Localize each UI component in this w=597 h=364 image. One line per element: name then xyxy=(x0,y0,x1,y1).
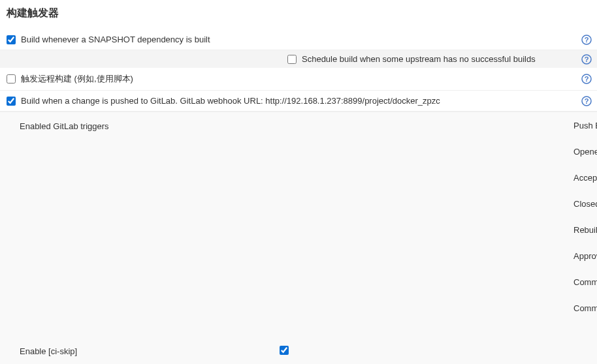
help-icon[interactable]: ? xyxy=(581,74,592,84)
row-schedule-upstream: Schedule build when some upstream has no… xyxy=(0,50,597,68)
trigger-closed-mr: Closed Merge Request Events xyxy=(294,190,590,217)
accepted-mr-label: Accepted Merge Request Events xyxy=(573,173,597,183)
trigger-push-events: Push Events xyxy=(294,112,590,138)
trigger-comment-regex: Comment (regex) for triggering a build ? xyxy=(294,295,590,321)
row-snapshot: Build whenever a SNAPSHOT dependency is … xyxy=(0,29,597,50)
schedule-upstream-checkbox[interactable] xyxy=(287,55,297,64)
trigger-opened-mr: Opened Merge Request Events xyxy=(294,138,590,164)
opened-mr-label: Opened Merge Request Events xyxy=(573,147,597,157)
row-gitlab-webhook: Build when a change is pushed to GitLab.… xyxy=(0,91,597,112)
svg-text:?: ? xyxy=(585,55,589,63)
row-ci-skip: Enable [ci-skip] xyxy=(0,338,597,364)
comment-regex-label: Comment (regex) for triggering a build xyxy=(573,303,597,313)
help-icon[interactable]: ? xyxy=(581,54,592,65)
section-title: 构建触发器 xyxy=(0,0,597,29)
trigger-accepted-mr: Accepted Merge Request Events xyxy=(294,164,590,190)
trigger-approved-mr: Approved Merge Requests (EE-only) xyxy=(294,243,590,269)
remote-trigger-label: 触发远程构建 (例如,使用脚本) xyxy=(21,73,590,85)
snapshot-label: Build whenever a SNAPSHOT dependency is … xyxy=(21,35,590,44)
gitlab-triggers-heading: Enabled GitLab triggers xyxy=(0,112,274,327)
schedule-upstream-label: Schedule build when some upstream has no… xyxy=(302,54,536,64)
row-remote-trigger: 触发远程构建 (例如,使用脚本) ? xyxy=(0,68,597,91)
svg-text:?: ? xyxy=(585,36,589,44)
svg-text:?: ? xyxy=(585,97,589,105)
snapshot-checkbox[interactable] xyxy=(7,35,16,44)
ci-skip-checkbox[interactable] xyxy=(280,346,289,355)
comments-label: Comments xyxy=(573,277,597,287)
push-events-label: Push Events xyxy=(573,121,597,130)
rebuild-open-mr-label: Rebuild open Merge Requests xyxy=(573,225,597,235)
gitlab-webhook-checkbox[interactable] xyxy=(7,97,16,106)
svg-text:?: ? xyxy=(585,75,589,83)
ci-skip-label: Enable [ci-skip] xyxy=(20,346,281,356)
remote-trigger-checkbox[interactable] xyxy=(7,74,16,83)
gitlab-triggers-block: Enabled GitLab triggers Push Events Open… xyxy=(0,112,597,364)
gitlab-webhook-label: Build when a change is pushed to GitLab.… xyxy=(21,96,590,106)
trigger-comments: Comments xyxy=(294,269,590,295)
trigger-rebuild-open-mr: Rebuild open Merge Requests Never xyxy=(294,217,590,243)
approved-mr-label: Approved Merge Requests (EE-only) xyxy=(573,251,597,261)
closed-mr-label: Closed Merge Request Events xyxy=(573,199,597,209)
help-icon[interactable]: ? xyxy=(581,96,592,106)
help-icon[interactable]: ? xyxy=(581,35,592,45)
